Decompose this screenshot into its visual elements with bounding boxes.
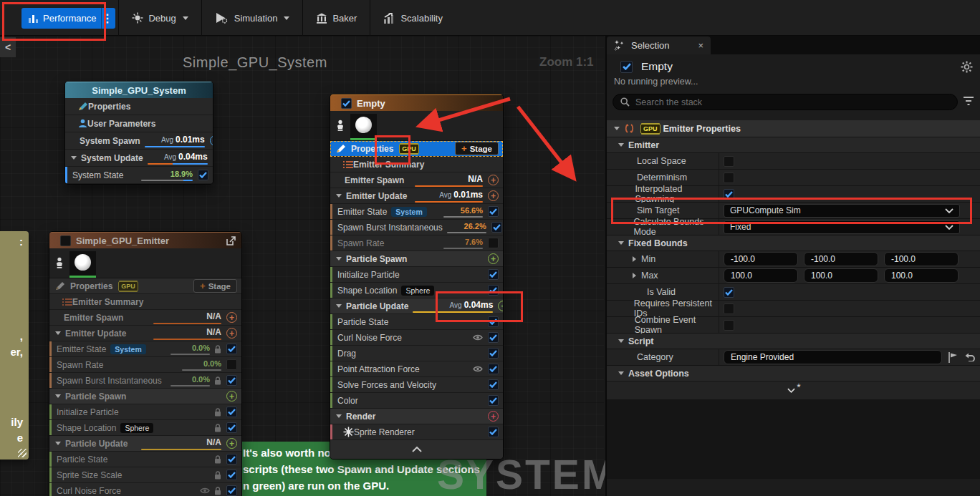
flag-icon[interactable]	[948, 352, 959, 363]
module-checkbox-checked[interactable]	[488, 316, 499, 327]
debug-button[interactable]: Debug	[122, 7, 198, 29]
close-icon[interactable]: ×	[698, 40, 703, 51]
stack-item-row[interactable]: Particle State	[330, 314, 503, 330]
simulation-button[interactable]: Simulation	[205, 7, 300, 29]
stack-item-row[interactable]: System State18.9%	[65, 167, 213, 184]
properties-row-selected[interactable]: Properties GPU + Stage	[330, 141, 503, 157]
add-module-button[interactable]: +	[226, 328, 237, 339]
properties-row[interactable]: Properties GPU + Stage	[49, 278, 241, 294]
module-checkbox-checked[interactable]	[488, 348, 499, 359]
baker-button[interactable]: Baker	[306, 7, 367, 29]
module-checkbox-checked[interactable]	[226, 470, 237, 480]
add-module-button[interactable]: +	[213, 152, 213, 163]
eye-icon[interactable]	[473, 366, 483, 372]
stack-item-row[interactable]: Point Attraction Force	[330, 361, 503, 377]
vector-component-input[interactable]: -100.0	[724, 252, 798, 266]
module-checkbox-checked[interactable]	[198, 170, 208, 180]
module-checkbox-checked[interactable]	[226, 485, 237, 496]
stack-item-row[interactable]: Sprite Size Scale	[49, 467, 241, 483]
panel-emitter-checkbox[interactable]	[620, 61, 633, 73]
stack-item-row[interactable]: Emitter Summary	[49, 294, 241, 310]
property-checkbox-checked[interactable]	[724, 287, 734, 298]
stack-item-row[interactable]: Sprite Renderer	[330, 424, 503, 440]
scalability-button[interactable]: Scalability	[373, 7, 453, 29]
stack-item-row[interactable]: Drag	[330, 346, 503, 361]
chevron-right-icon[interactable]	[633, 273, 636, 278]
module-checkbox-checked[interactable]	[488, 269, 499, 280]
property-checkbox-unchecked[interactable]	[724, 156, 734, 167]
module-checkbox-checked[interactable]	[488, 285, 499, 296]
stack-item-row[interactable]: User Parameters	[65, 115, 213, 132]
resize-handle[interactable]	[18, 449, 27, 457]
section-header-emitter[interactable]: Emitter	[607, 137, 980, 153]
module-checkbox-checked[interactable]	[226, 422, 237, 433]
section-header-script[interactable]: Script	[607, 334, 980, 349]
vector-component-input[interactable]: 100.0	[884, 268, 959, 283]
performance-button[interactable]: Performance ⋮	[21, 8, 115, 29]
stack-section-row[interactable]: Particle UpdateAvg0.04ms+	[330, 298, 503, 314]
section-header-fixed-bounds[interactable]: Fixed Bounds	[607, 235, 980, 251]
property-checkbox-unchecked[interactable]	[724, 320, 734, 331]
stack-item-row[interactable]: Initialize Particle	[330, 267, 503, 283]
stack-item-row[interactable]: Emitter StateSystem0.0%	[49, 341, 241, 357]
chevron-right-icon[interactable]	[633, 256, 636, 262]
eye-icon[interactable]	[200, 487, 210, 494]
stack-section-row[interactable]: Particle Spawn+	[330, 251, 503, 267]
stack-item-row[interactable]: Particle State	[49, 452, 241, 467]
stack-item-row[interactable]: Shape LocationSphere	[330, 283, 503, 298]
stack-section-row[interactable]: Particle Spawn+	[49, 389, 241, 404]
stack-item-row[interactable]: System UpdateAvg0.04ms+	[65, 150, 213, 167]
back-button[interactable]: <	[0, 37, 16, 57]
stack-item-row[interactable]: Emitter SpawnN/A+	[49, 310, 241, 326]
module-checkbox-checked[interactable]	[491, 222, 502, 233]
filter-icon[interactable]	[963, 96, 974, 106]
stack-section-row[interactable]: Particle UpdateN/A+	[49, 436, 241, 452]
stack-search[interactable]	[612, 94, 958, 110]
stack-item-row[interactable]: Curl Noise Force	[330, 330, 503, 346]
add-module-button[interactable]: +	[226, 391, 237, 402]
stack-item-row[interactable]: Emitter SpawnN/A+	[330, 172, 503, 188]
stack-item-row[interactable]: Curl Noise Force	[49, 483, 241, 496]
panel-footer-expander[interactable]: *	[607, 381, 980, 400]
module-checkbox-checked[interactable]	[226, 344, 237, 354]
vector-component-input[interactable]: 100.0	[724, 268, 798, 283]
text-input[interactable]: Engine Provided	[724, 350, 942, 364]
stack-item-row[interactable]: Emitter StateSystem56.6%	[330, 204, 503, 220]
stack-item-row[interactable]: Spawn Rate7.6%	[330, 235, 503, 251]
stack-item-row[interactable]: Emitter Summary	[330, 157, 503, 172]
stack-item-row[interactable]: Initialize Particle	[49, 404, 241, 420]
material-thumbnail[interactable]	[69, 251, 96, 276]
open-external-icon[interactable]	[226, 236, 236, 245]
vector-component-input[interactable]: 100.0	[804, 268, 878, 283]
add-module-button[interactable]: +	[488, 253, 499, 264]
empty-emitter-node[interactable]: Empty Properties GPU + Stage Emitter Sum…	[330, 94, 504, 459]
module-checkbox-checked[interactable]	[226, 407, 237, 417]
undo-icon[interactable]	[964, 353, 975, 361]
stack-item-row[interactable]: Spawn Burst Instantaneous26.2%	[330, 220, 503, 235]
add-module-button[interactable]: +	[488, 175, 499, 185]
comment-box[interactable]: :,er,ilye.	[0, 231, 29, 459]
vector-component-input[interactable]: -100.0	[804, 252, 878, 266]
stack-item-row[interactable]: Emitter UpdateAvg0.01ms+	[330, 188, 503, 204]
module-checkbox-checked[interactable]	[488, 364, 499, 374]
add-module-button[interactable]: +	[226, 438, 237, 449]
add-module-button[interactable]: +	[210, 135, 213, 146]
add-module-button[interactable]: +	[488, 190, 499, 201]
system-node[interactable]: Simple_GPU_System PropertiesUser Paramet…	[64, 81, 213, 185]
section-header-asset-options[interactable]: Asset Options	[607, 366, 980, 381]
stack-item-row[interactable]: System SpawnAvg0.01ms+	[65, 132, 213, 150]
material-thumbnail[interactable]	[350, 114, 377, 138]
tab-selection[interactable]: Selection ×	[607, 37, 711, 54]
empty-node-header[interactable]: Empty	[330, 94, 503, 111]
property-dropdown[interactable]: GPUCompute Sim	[724, 204, 960, 218]
module-checkbox-checked[interactable]	[488, 332, 499, 343]
search-input[interactable]	[635, 97, 950, 107]
emitter-enabled-checkbox[interactable]	[341, 98, 352, 109]
add-module-button[interactable]: +	[488, 411, 499, 422]
module-checkbox-checked[interactable]	[226, 375, 237, 386]
gear-icon[interactable]	[961, 61, 973, 73]
module-checkbox-checked[interactable]	[226, 454, 237, 465]
vector-component-input[interactable]: -100.0	[884, 252, 959, 266]
module-checkbox-checked[interactable]	[488, 206, 499, 217]
stack-section-row[interactable]: Render+	[330, 409, 503, 424]
